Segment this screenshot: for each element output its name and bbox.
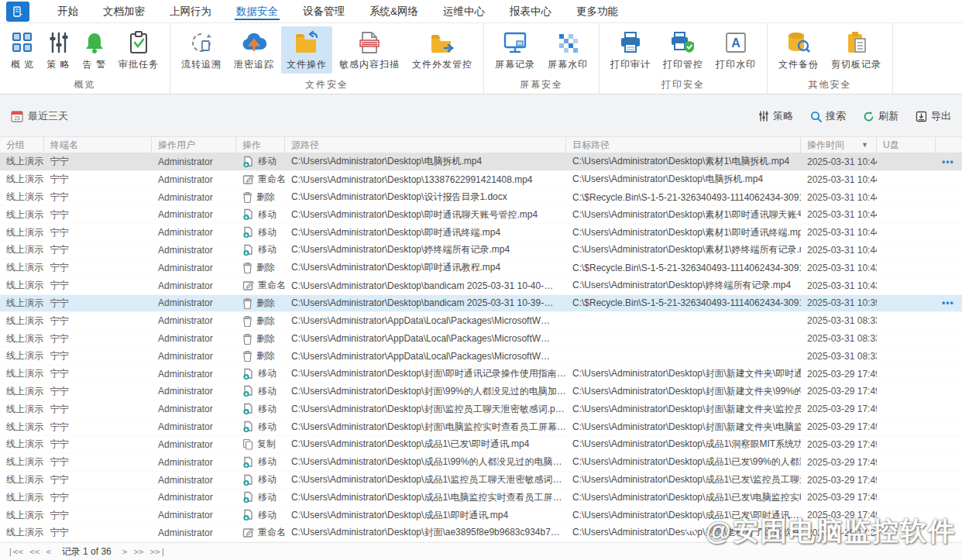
ribbon-item-屏幕记录[interactable]: 屏幕记录 [490, 26, 541, 74]
table-row[interactable]: 线上演示宁宁Administrator删除C:\Users\Administra… [0, 312, 962, 330]
cell-target: C:\$Recycle.Bin\S-1-5-21-326340493-11140… [566, 192, 801, 203]
ribbon-group-概览: 概 览策 略告 警审批任务概览 [0, 23, 170, 94]
pager-left-2[interactable]: < [46, 547, 51, 557]
toolbar-button-策略[interactable]: 策略 [758, 109, 793, 123]
cell-terminal: 宁宁 [44, 526, 152, 539]
operation-label: 删除 [256, 261, 275, 274]
column-header-操作[interactable]: 操作 [236, 137, 285, 153]
table-row[interactable]: 线上演示宁宁Administrator移动C:\Users\Administra… [0, 472, 962, 490]
pager-right-1[interactable]: >> [133, 547, 143, 557]
ribbon-item-打印审计[interactable]: 打印审计 [605, 26, 656, 74]
table-row[interactable]: 线上演示宁宁Administrator重命名C:\Users\Administr… [0, 277, 962, 295]
ribbon-group-打印安全: 打印审计打印管控A打印水印打印安全 [600, 23, 768, 94]
ribbon-item-策略[interactable]: 策 略 [41, 26, 75, 74]
ribbon-item-告警[interactable]: 告 警 [77, 26, 112, 74]
table-row[interactable]: 线上演示宁宁Administrator移动C:\Users\Administra… [0, 489, 962, 507]
row-actions-button[interactable]: ••• [942, 297, 954, 308]
table-row[interactable]: 线上演示宁宁Administrator移动C:\Users\Administra… [0, 400, 962, 418]
folder-arrow-icon [429, 31, 455, 54]
menu-tab-文档加密[interactable]: 文档加密 [94, 0, 154, 22]
toolbar-button-搜索[interactable]: 搜索 [810, 109, 846, 123]
table-row[interactable]: 线上演示宁宁Administrator复制C:\Users\Administra… [0, 436, 962, 454]
cell-source: C:\Users\Administrator\Desktop\封面\ae3895… [285, 526, 566, 539]
column-header-操作时间[interactable]: 操作时间▼ [801, 137, 877, 153]
cell-user: Administrator [152, 439, 236, 450]
column-header-U盘[interactable]: U盘 [877, 137, 936, 153]
operation-label: 移动 [258, 155, 277, 168]
cell-target: C:\Users\Administrator\Desktop\成品1\已发\即时… [566, 509, 801, 522]
column-header-目标路径[interactable]: 目标路径 [566, 137, 801, 153]
table-row[interactable]: 线上演示宁宁Administrator移动C:\Users\Administra… [0, 418, 962, 436]
toolbar-button-label: 导出 [931, 109, 951, 123]
cell-source: C:\Users\Administrator\Desktop\成品1\即时通讯.… [285, 509, 566, 522]
table-row[interactable]: 线上演示宁宁Administrator删除C:\Users\Administra… [0, 259, 962, 277]
table-row[interactable]: 线上演示宁宁Administrator删除C:\Users\Administra… [0, 330, 962, 348]
app-logo-icon[interactable] [6, 2, 29, 22]
table-row[interactable]: 线上演示宁宁Administrator移动C:\Users\Administra… [0, 153, 962, 171]
ribbon-item-文件备份[interactable]: 文件备份 [773, 26, 824, 74]
row-actions-button[interactable]: ••• [942, 156, 954, 167]
cell-source: C:\Users\Administrator\Desktop\封面\99%的人都… [285, 385, 566, 398]
toolbar-button-刷新[interactable]: 刷新 [863, 109, 898, 123]
cell-source: C:\Users\Administrator\Desktop\电脑拆机.mp4 [285, 155, 566, 168]
menu-tab-开始[interactable]: 开始 [48, 0, 88, 22]
cell-user: Administrator [152, 280, 236, 291]
cell-time: 2025-03-29 17:49:30 [801, 439, 877, 450]
table-row[interactable]: 线上演示宁宁Administrator移动C:\Users\Administra… [0, 383, 962, 401]
ribbon-item-文件操作[interactable]: 文件操作 [281, 26, 332, 74]
menu-tab-更多功能[interactable]: 更多功能 [567, 0, 627, 22]
column-header-操作用户[interactable]: 操作用户 [152, 137, 236, 153]
table-row[interactable]: 线上演示宁宁Administrator移动C:\Users\Administra… [0, 366, 962, 383]
pager-left-0[interactable]: |<< [8, 547, 23, 557]
cell-group: 线上演示 [0, 349, 44, 362]
ribbon-item-剪切板记录[interactable]: 剪切板记录 [826, 26, 887, 74]
menu-tab-报表中心[interactable]: 报表中心 [500, 0, 561, 22]
ribbon-item-流转追溯[interactable]: 流转追溯 [176, 26, 227, 74]
table-row[interactable]: 线上演示宁宁Administrator重命名C:\Users\Administr… [0, 524, 962, 542]
cell-group: 线上演示 [0, 208, 44, 222]
table-row[interactable]: 线上演示宁宁Administrator重命名C:\Users\Administr… [0, 171, 962, 189]
table-row[interactable]: 线上演示宁宁Administrator移动C:\Users\Administra… [0, 507, 962, 524]
operation-label: 删除 [256, 349, 275, 362]
ribbon-item-屏幕水印[interactable]: 屏幕水印 [542, 26, 593, 74]
filter-bar: 23 最近三天 策略搜索刷新导出 [0, 94, 962, 132]
filter-caret-icon[interactable]: ▼ [861, 141, 870, 149]
cell-op: 移动 [236, 155, 285, 168]
ribbon-item-文件外发管控[interactable]: 文件外发管控 [407, 26, 478, 74]
cell-terminal: 宁宁 [44, 173, 152, 186]
pager-right-2[interactable]: >>| [150, 547, 166, 557]
ribbon-item-打印管控[interactable]: 打印管控 [658, 26, 709, 74]
date-filter-button[interactable]: 23 最近三天 [11, 109, 68, 123]
column-header-源路径[interactable]: 源路径 [285, 137, 566, 153]
cell-time: 2025-03-31 10:44:20 [801, 209, 877, 220]
ribbon-item-label: 打印水印 [716, 58, 756, 71]
pager-left-1[interactable]: << [29, 547, 40, 557]
ribbon-item-概览[interactable]: 概 览 [5, 26, 40, 74]
table-row[interactable]: 线上演示宁宁Administrator删除C:\Users\Administra… [0, 189, 962, 207]
table-row[interactable]: 线上演示宁宁Administrator删除C:\Users\Administra… [0, 295, 962, 313]
table-row[interactable]: 线上演示宁宁Administrator移动C:\Users\Administra… [0, 454, 962, 472]
cell-time: 2025-03-31 08:33:22 [801, 315, 877, 326]
menu-tab-数据安全[interactable]: 数据安全 [227, 0, 287, 22]
ribbon-item-敏感内容扫描[interactable]: 敏感内容扫描 [334, 26, 405, 74]
menu-tab-上网行为[interactable]: 上网行为 [160, 0, 221, 22]
menu-tab-系统&网络[interactable]: 系统&网络 [360, 0, 428, 22]
cell-source: C:\Users\Administrator\AppData\Local\Pac… [285, 315, 566, 326]
column-header-label: 目标路径 [572, 139, 610, 152]
ribbon-item-泄密追踪[interactable]: 泄密追踪 [228, 26, 280, 74]
menu-tab-运维中心[interactable]: 运维中心 [434, 0, 494, 22]
table-row[interactable]: 线上演示宁宁Administrator移动C:\Users\Administra… [0, 242, 962, 259]
table-row[interactable]: 线上演示宁宁Administrator删除C:\Users\Administra… [0, 348, 962, 366]
toolbar-button-导出[interactable]: 导出 [916, 109, 951, 123]
ribbon-item-审批任务[interactable]: 审批任务 [113, 26, 164, 74]
delete-icon [242, 315, 253, 327]
ribbon-item-打印水印[interactable]: A打印水印 [710, 26, 761, 74]
pager-right-0[interactable]: > [122, 547, 128, 557]
table-row[interactable]: 线上演示宁宁Administrator移动C:\Users\Administra… [0, 206, 962, 224]
column-header-终端名[interactable]: 终端名 [44, 137, 152, 153]
move-icon [242, 226, 254, 239]
column-header-分组[interactable]: 分组 [0, 137, 44, 153]
table-row[interactable]: 线上演示宁宁Administrator移动C:\Users\Administra… [0, 224, 962, 242]
menu-tab-设备管理[interactable]: 设备管理 [294, 0, 354, 22]
column-header-actions[interactable] [936, 137, 962, 153]
